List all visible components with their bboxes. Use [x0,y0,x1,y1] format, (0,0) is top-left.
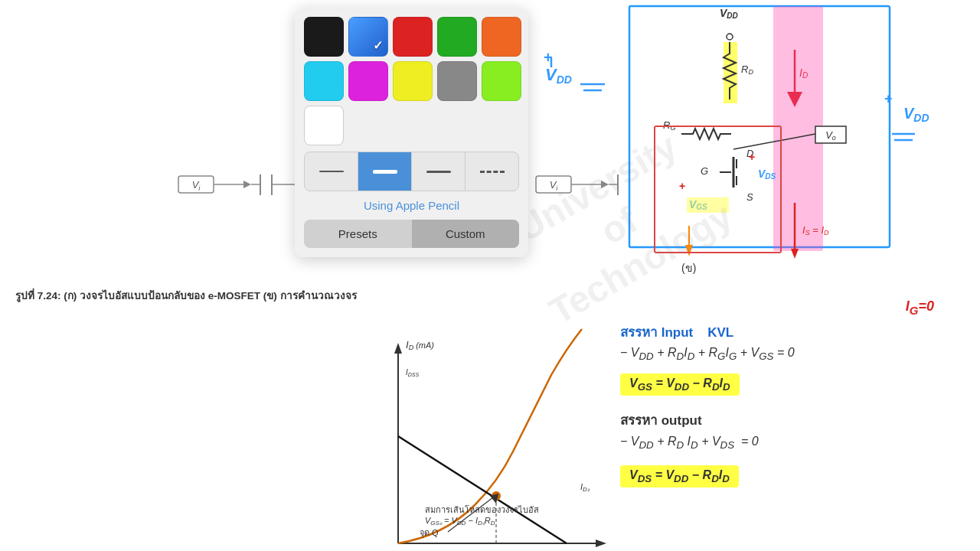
svg-point-21 [727,34,733,40]
svg-text:Vi: Vi [192,179,201,192]
line-option-medium[interactable] [358,152,412,191]
color-swatch-cyan[interactable] [304,61,344,101]
svg-text:RD: RD [741,64,753,76]
color-grid [304,17,519,145]
svg-text:VGS₀ = VDD − ID₀RD: VGS₀ = VDD − ID₀RD [425,516,495,527]
svg-text:S: S [746,191,753,203]
svg-line-65 [448,497,493,532]
svg-rect-8 [536,176,571,193]
svg-rect-36 [815,126,846,143]
svg-text:สมการเส้นโหลดของวงจรไบอัส: สมการเส้นโหลดของวงจรไบอัส [425,504,539,514]
equations-area: IG=0 สรรหา Input KVL − VDD + RDID + RGIG… [620,298,957,536]
svg-rect-27 [773,6,823,251]
svg-text:VDD: VDD [545,65,572,86]
input-kvl-label: สรรหา Input KVL [620,321,733,342]
output-label: สรรหา output [620,409,702,430]
svg-marker-44 [791,249,799,259]
color-swatch-gray[interactable] [437,61,477,101]
color-swatch-magenta[interactable] [348,61,388,101]
svg-text:+: + [679,180,685,192]
svg-line-38 [733,134,815,149]
color-swatch-black[interactable] [304,17,344,57]
kvl1-equation: − VDD + RDID + RGIG + VGS = 0 [620,346,795,362]
svg-rect-53 [655,126,781,253]
svg-marker-46 [685,245,693,256]
svg-marker-11 [601,181,609,188]
svg-text:Vo: Vo [825,129,836,142]
color-swatch-lime[interactable] [482,61,521,101]
main-canvas: Vi Vi VDD + VDD [0,0,980,551]
svg-text:(ข): (ข) [681,262,696,274]
svg-text:ID₂: ID₂ [580,482,590,493]
vgs-equation-highlighted: VGS = VDD − RDID [620,373,740,396]
svg-text:VDD: VDD [720,7,738,20]
svg-text:+: + [544,49,553,66]
svg-text:+: + [749,151,755,163]
svg-text:D: D [746,148,753,159]
figure-caption: รูปที่ 7.24: (ก) วงจรไบอัสแบบป้อนกลับของ… [15,287,357,304]
ig-equation: IG=0 [906,298,934,317]
color-swatch-orange[interactable] [482,17,521,57]
svg-text:+: + [884,91,893,106]
line-option-thick[interactable] [412,152,466,191]
kvl2-equation: − VDD + RD ID + VDS = 0 [620,435,759,451]
svg-text:RG: RG [663,119,675,132]
svg-rect-0 [178,176,214,193]
preset-custom-toggle: Presets Custom [304,220,519,248]
color-picker-panel: Using Apple Pencil Presets Custom [295,8,528,257]
svg-text:IS = ID: IS = ID [802,224,829,236]
svg-text:VDD: VDD [903,105,929,124]
svg-marker-56 [394,343,402,354]
svg-rect-23 [724,42,737,103]
color-swatch-blue[interactable] [348,17,388,57]
svg-text:จุด Q: จุด Q [420,528,439,538]
svg-marker-3 [243,181,251,188]
svg-line-61 [398,436,567,543]
svg-point-62 [492,491,501,500]
color-swatch-yellow[interactable] [393,61,433,101]
line-option-dashed[interactable] [466,152,518,191]
svg-text:ID (mA): ID (mA) [406,339,434,351]
svg-text:VGS: VGS [689,198,707,211]
svg-rect-20 [629,6,890,247]
custom-button[interactable]: Custom [412,220,520,248]
color-swatch-white[interactable] [304,106,344,145]
svg-text:ID: ID [799,67,808,80]
svg-text:G: G [701,165,708,177]
svg-text:IDSS: IDSS [406,368,420,377]
svg-marker-66 [490,494,498,504]
vds-equation-highlighted: VDS = VDD − RDID [620,465,739,487]
line-option-thin[interactable] [305,152,358,191]
color-swatch-red[interactable] [393,17,433,57]
svg-rect-42 [687,197,729,213]
svg-text:Vi: Vi [550,179,559,192]
apple-pencil-label: Using Apple Pencil [304,199,519,212]
color-swatch-green[interactable] [437,17,477,57]
svg-marker-58 [596,540,606,547]
svg-text:VDS: VDS [758,168,776,181]
presets-button[interactable]: Presets [304,220,412,248]
line-selector [304,152,519,191]
